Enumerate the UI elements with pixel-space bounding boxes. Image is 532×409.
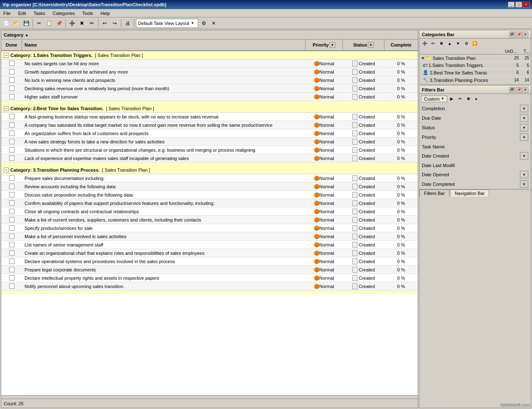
task-row[interactable]: Prepare sales documentation including: N… <box>1 174 418 182</box>
filter-apply-button[interactable]: ▶ <box>448 95 456 103</box>
task-row[interactable]: Declare operational systems and procedur… <box>1 257 418 266</box>
task-checkbox[interactable] <box>9 175 15 181</box>
panel-close-button[interactable]: ✕ <box>522 32 528 37</box>
bottom-tab-0[interactable]: Filters Bar <box>419 190 449 197</box>
filters-pin-button[interactable]: 📌 <box>516 87 522 93</box>
save-button[interactable]: 💾 <box>22 19 31 28</box>
task-row[interactable]: Higher sales staff turnover Normal 📄 Cre… <box>1 93 418 101</box>
print-button[interactable]: 🖨 <box>123 19 132 28</box>
filter-item-dropdown[interactable]: ▼ <box>520 133 528 141</box>
task-row[interactable]: A fast-growing business startup now appe… <box>1 113 418 121</box>
task-checkbox[interactable] <box>9 259 15 264</box>
task-row[interactable]: A company has saturated its initial targ… <box>1 121 418 129</box>
filter-edit-button[interactable]: ✏ <box>456 95 464 103</box>
category-row-cat1[interactable]: − Category: 1.Sales Transition Triggers.… <box>1 51 418 59</box>
task-row[interactable]: Declining sales revenue over a relativel… <box>1 84 418 93</box>
task-checkbox[interactable] <box>9 209 15 214</box>
undo-button[interactable]: ↩ <box>100 19 109 28</box>
task-row[interactable]: Create an organizational chart that expl… <box>1 249 418 257</box>
menu-categories[interactable]: Categories <box>51 10 76 16</box>
task-checkbox[interactable] <box>9 61 15 66</box>
panel-restore-button[interactable]: 🗗 <box>509 32 515 37</box>
filters-restore-button[interactable]: 🗗 <box>509 87 515 93</box>
filter-delete-button[interactable]: ✖ <box>465 95 472 103</box>
edit-button[interactable]: ✏ <box>87 19 96 28</box>
task-checkbox[interactable] <box>9 225 15 231</box>
task-checkbox[interactable] <box>9 147 15 153</box>
task-checkbox[interactable] <box>9 122 15 128</box>
col-priority-header[interactable]: Priority ▼ <box>305 39 343 50</box>
task-checkbox[interactable] <box>9 69 15 74</box>
menu-file[interactable]: File <box>2 10 12 16</box>
status-filter-button[interactable]: ▼ <box>368 42 374 48</box>
filter-item-dropdown[interactable]: ▼ <box>520 180 528 188</box>
task-checkbox[interactable] <box>9 139 15 144</box>
filter-item-dropdown[interactable]: ▼ <box>520 171 528 178</box>
copy-button[interactable]: 📋 <box>44 19 54 28</box>
paste-button[interactable]: 📌 <box>54 19 64 28</box>
task-row[interactable]: No luck in winning new clients and prosp… <box>1 76 418 84</box>
cat-down-button[interactable]: ▼ <box>454 40 462 47</box>
cat-up-button[interactable]: ▲ <box>446 40 453 47</box>
cat-settings-button[interactable]: ⚙ <box>463 40 470 47</box>
task-checkbox[interactable] <box>9 242 15 247</box>
tree-item-2[interactable]: 👤 2.Best Time for Sales Transi 6 6 <box>419 69 531 76</box>
maximize-button[interactable]: □ <box>515 2 522 7</box>
task-checkbox[interactable] <box>9 155 15 161</box>
cat-delete-button[interactable]: ✖ <box>438 40 445 47</box>
open-button[interactable]: 📂 <box>12 19 21 28</box>
task-row[interactable]: Confirm availability of papers that supp… <box>1 199 418 207</box>
cat-edit-button[interactable]: ✏ <box>429 40 437 47</box>
task-row[interactable]: Specify products/services for sale Norma… <box>1 224 418 232</box>
category-expand-icon[interactable]: − <box>4 53 9 58</box>
category-row-cat2[interactable]: − Category: 2.Best Time for Sales Transi… <box>1 104 418 113</box>
task-row[interactable]: No sales targets can be hit any more Nor… <box>1 59 418 68</box>
menu-edit[interactable]: Edit <box>17 10 28 16</box>
tree-item-3[interactable]: 🔧 3.Transition Planning Proces 14 14 <box>419 76 531 84</box>
layout-close-button[interactable]: ✕ <box>209 19 218 28</box>
task-checkbox[interactable] <box>9 131 15 136</box>
filter-more-button[interactable]: ▸ <box>473 95 480 103</box>
task-row[interactable]: List names of senior management staff No… <box>1 241 418 249</box>
filter-type-dropdown[interactable]: Custom ▼ <box>421 96 447 102</box>
task-checkbox[interactable] <box>9 283 15 289</box>
task-checkbox[interactable] <box>9 200 15 206</box>
tree-item-1[interactable]: 🏷 1.Sales Transition Triggers. 5 5 <box>419 62 531 69</box>
task-checkbox[interactable] <box>9 94 15 99</box>
task-row[interactable]: Growth opportunities cannot be achieved … <box>1 68 418 76</box>
task-checkbox[interactable] <box>9 250 15 256</box>
minimize-button[interactable]: _ <box>508 2 515 7</box>
close-button[interactable]: ✕ <box>523 2 530 7</box>
task-row[interactable]: An organization suffers from lack of cus… <box>1 129 418 138</box>
menu-tools[interactable]: Tools <box>81 10 95 16</box>
filter-item-dropdown[interactable]: ▼ <box>520 105 528 112</box>
task-row[interactable]: Lack of experience and expertise makes s… <box>1 154 418 163</box>
horizontal-scrollbar[interactable] <box>1 395 418 399</box>
task-checkbox[interactable] <box>9 267 15 272</box>
filters-close-button[interactable]: ✕ <box>522 87 528 93</box>
task-row[interactable]: Make a list of current vendors, supplier… <box>1 216 418 224</box>
task-row[interactable]: Discuss value proposition including the … <box>1 191 418 199</box>
col-status-header[interactable]: Status ▼ <box>343 39 384 50</box>
panel-pin-button[interactable]: 📌 <box>516 32 522 37</box>
task-row[interactable]: A new sales strategy forces to take a ne… <box>1 138 418 146</box>
task-checkbox[interactable] <box>9 217 15 222</box>
layout-settings-button[interactable]: ⚙ <box>199 19 208 28</box>
delete-button[interactable]: ✖ <box>77 19 86 28</box>
task-checkbox[interactable] <box>9 114 15 119</box>
category-expand-icon[interactable]: − <box>4 168 9 172</box>
add-task-button[interactable]: ➕ <box>67 19 76 28</box>
task-checkbox[interactable] <box>9 77 15 83</box>
task-checkbox[interactable] <box>9 86 15 91</box>
task-checkbox[interactable] <box>9 234 15 239</box>
task-row[interactable]: Situations in which there are structural… <box>1 146 418 154</box>
task-checkbox[interactable] <box>9 184 15 189</box>
new-button[interactable]: 📄 <box>2 19 11 28</box>
bottom-tab-1[interactable]: Navigation Bar <box>450 190 489 197</box>
filter-item-dropdown[interactable]: ▼ <box>520 152 528 160</box>
task-row[interactable]: Notify personnel about upcoming sales tr… <box>1 282 418 291</box>
menu-help[interactable]: Help <box>99 10 112 16</box>
cut-button[interactable]: ✂ <box>34 19 44 28</box>
task-row[interactable]: Make a list of personnel involved in sal… <box>1 232 418 241</box>
menu-tasks[interactable]: Tasks <box>32 10 47 16</box>
